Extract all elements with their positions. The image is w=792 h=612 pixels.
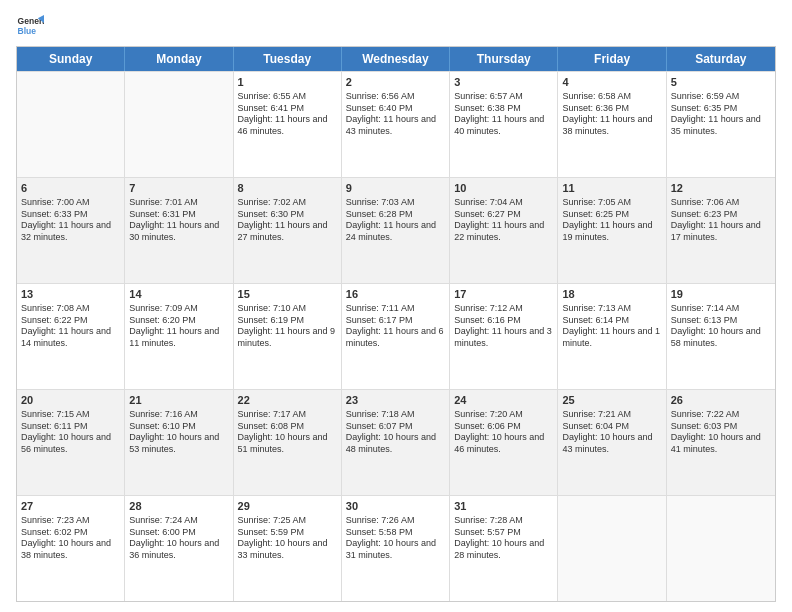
logo-icon: General Blue: [16, 12, 44, 40]
day-number: 5: [671, 75, 771, 90]
info-line: Sunrise: 7:04 AM: [454, 197, 553, 209]
info-line: Sunset: 6:17 PM: [346, 315, 445, 327]
info-line: Sunset: 6:40 PM: [346, 103, 445, 115]
day-cell-9: 9Sunrise: 7:03 AMSunset: 6:28 PMDaylight…: [342, 178, 450, 283]
info-line: Sunrise: 7:20 AM: [454, 409, 553, 421]
info-line: Daylight: 11 hours and 32 minutes.: [21, 220, 120, 243]
info-line: Sunrise: 7:09 AM: [129, 303, 228, 315]
calendar-body: 1Sunrise: 6:55 AMSunset: 6:41 PMDaylight…: [17, 71, 775, 601]
info-line: Sunrise: 6:57 AM: [454, 91, 553, 103]
day-cell-3: 3Sunrise: 6:57 AMSunset: 6:38 PMDaylight…: [450, 72, 558, 177]
calendar-row-3: 20Sunrise: 7:15 AMSunset: 6:11 PMDayligh…: [17, 389, 775, 495]
calendar-row-0: 1Sunrise: 6:55 AMSunset: 6:41 PMDaylight…: [17, 71, 775, 177]
info-line: Sunset: 6:04 PM: [562, 421, 661, 433]
day-number: 23: [346, 393, 445, 408]
day-cell-18: 18Sunrise: 7:13 AMSunset: 6:14 PMDayligh…: [558, 284, 666, 389]
svg-text:Blue: Blue: [18, 26, 37, 36]
day-cell-12: 12Sunrise: 7:06 AMSunset: 6:23 PMDayligh…: [667, 178, 775, 283]
info-line: Daylight: 11 hours and 38 minutes.: [562, 114, 661, 137]
info-line: Sunrise: 7:26 AM: [346, 515, 445, 527]
info-line: Sunset: 6:20 PM: [129, 315, 228, 327]
day-number: 27: [21, 499, 120, 514]
day-number: 15: [238, 287, 337, 302]
info-line: Daylight: 10 hours and 33 minutes.: [238, 538, 337, 561]
day-cell-7: 7Sunrise: 7:01 AMSunset: 6:31 PMDaylight…: [125, 178, 233, 283]
day-number: 14: [129, 287, 228, 302]
info-line: Sunset: 6:06 PM: [454, 421, 553, 433]
day-number: 21: [129, 393, 228, 408]
day-number: 7: [129, 181, 228, 196]
info-line: Sunset: 6:25 PM: [562, 209, 661, 221]
info-line: Sunrise: 7:00 AM: [21, 197, 120, 209]
info-line: Daylight: 11 hours and 24 minutes.: [346, 220, 445, 243]
day-cell-11: 11Sunrise: 7:05 AMSunset: 6:25 PMDayligh…: [558, 178, 666, 283]
info-line: Daylight: 11 hours and 3 minutes.: [454, 326, 553, 349]
info-line: Sunset: 6:33 PM: [21, 209, 120, 221]
day-cell-13: 13Sunrise: 7:08 AMSunset: 6:22 PMDayligh…: [17, 284, 125, 389]
info-line: Sunset: 6:28 PM: [346, 209, 445, 221]
header-cell-saturday: Saturday: [667, 47, 775, 71]
info-line: Daylight: 10 hours and 46 minutes.: [454, 432, 553, 455]
info-line: Daylight: 11 hours and 11 minutes.: [129, 326, 228, 349]
info-line: Daylight: 10 hours and 38 minutes.: [21, 538, 120, 561]
info-line: Sunrise: 6:59 AM: [671, 91, 771, 103]
info-line: Sunset: 6:13 PM: [671, 315, 771, 327]
info-line: Daylight: 11 hours and 17 minutes.: [671, 220, 771, 243]
info-line: Sunset: 6:03 PM: [671, 421, 771, 433]
day-number: 24: [454, 393, 553, 408]
info-line: Sunset: 6:22 PM: [21, 315, 120, 327]
info-line: Sunrise: 7:21 AM: [562, 409, 661, 421]
info-line: Sunrise: 6:58 AM: [562, 91, 661, 103]
header-cell-monday: Monday: [125, 47, 233, 71]
day-cell-29: 29Sunrise: 7:25 AMSunset: 5:59 PMDayligh…: [234, 496, 342, 601]
info-line: Daylight: 11 hours and 35 minutes.: [671, 114, 771, 137]
day-number: 25: [562, 393, 661, 408]
info-line: Sunrise: 7:14 AM: [671, 303, 771, 315]
calendar-row-1: 6Sunrise: 7:00 AMSunset: 6:33 PMDaylight…: [17, 177, 775, 283]
empty-cell: [558, 496, 666, 601]
info-line: Sunrise: 7:02 AM: [238, 197, 337, 209]
calendar-row-4: 27Sunrise: 7:23 AMSunset: 6:02 PMDayligh…: [17, 495, 775, 601]
info-line: Daylight: 10 hours and 51 minutes.: [238, 432, 337, 455]
calendar: SundayMondayTuesdayWednesdayThursdayFrid…: [16, 46, 776, 602]
day-number: 10: [454, 181, 553, 196]
day-cell-25: 25Sunrise: 7:21 AMSunset: 6:04 PMDayligh…: [558, 390, 666, 495]
day-cell-6: 6Sunrise: 7:00 AMSunset: 6:33 PMDaylight…: [17, 178, 125, 283]
info-line: Daylight: 10 hours and 31 minutes.: [346, 538, 445, 561]
info-line: Sunrise: 7:24 AM: [129, 515, 228, 527]
info-line: Sunset: 6:38 PM: [454, 103, 553, 115]
info-line: Sunset: 6:00 PM: [129, 527, 228, 539]
day-cell-28: 28Sunrise: 7:24 AMSunset: 6:00 PMDayligh…: [125, 496, 233, 601]
info-line: Daylight: 11 hours and 30 minutes.: [129, 220, 228, 243]
empty-cell: [667, 496, 775, 601]
header-cell-wednesday: Wednesday: [342, 47, 450, 71]
info-line: Sunset: 6:41 PM: [238, 103, 337, 115]
day-number: 31: [454, 499, 553, 514]
info-line: Sunrise: 6:56 AM: [346, 91, 445, 103]
info-line: Daylight: 11 hours and 6 minutes.: [346, 326, 445, 349]
day-cell-31: 31Sunrise: 7:28 AMSunset: 5:57 PMDayligh…: [450, 496, 558, 601]
day-number: 13: [21, 287, 120, 302]
day-cell-19: 19Sunrise: 7:14 AMSunset: 6:13 PMDayligh…: [667, 284, 775, 389]
info-line: Sunrise: 7:06 AM: [671, 197, 771, 209]
header-cell-sunday: Sunday: [17, 47, 125, 71]
info-line: Sunrise: 7:05 AM: [562, 197, 661, 209]
info-line: Daylight: 11 hours and 46 minutes.: [238, 114, 337, 137]
day-number: 6: [21, 181, 120, 196]
info-line: Daylight: 11 hours and 19 minutes.: [562, 220, 661, 243]
info-line: Sunset: 6:08 PM: [238, 421, 337, 433]
day-cell-8: 8Sunrise: 7:02 AMSunset: 6:30 PMDaylight…: [234, 178, 342, 283]
day-number: 17: [454, 287, 553, 302]
day-cell-26: 26Sunrise: 7:22 AMSunset: 6:03 PMDayligh…: [667, 390, 775, 495]
info-line: Sunrise: 7:03 AM: [346, 197, 445, 209]
day-number: 19: [671, 287, 771, 302]
info-line: Daylight: 11 hours and 14 minutes.: [21, 326, 120, 349]
day-number: 22: [238, 393, 337, 408]
day-number: 3: [454, 75, 553, 90]
info-line: Sunrise: 7:17 AM: [238, 409, 337, 421]
page: General Blue SundayMondayTuesdayWednesda…: [0, 0, 792, 612]
day-cell-23: 23Sunrise: 7:18 AMSunset: 6:07 PMDayligh…: [342, 390, 450, 495]
info-line: Sunset: 6:27 PM: [454, 209, 553, 221]
day-number: 9: [346, 181, 445, 196]
info-line: Daylight: 10 hours and 56 minutes.: [21, 432, 120, 455]
